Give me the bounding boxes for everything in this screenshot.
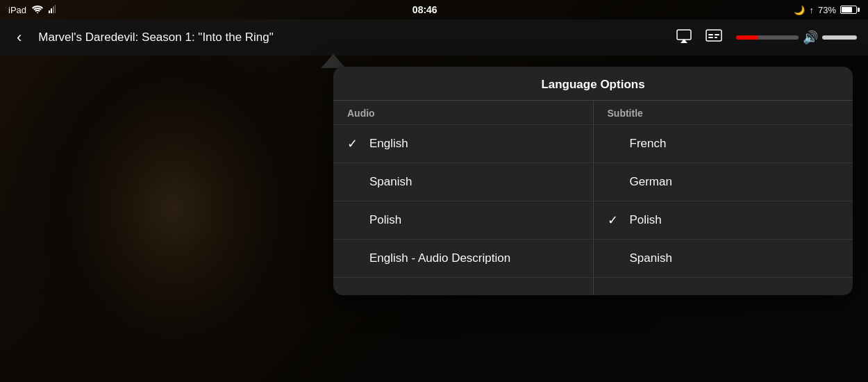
svg-rect-5 [677,30,691,40]
audio-column: Audio ✓ English ✓ Spanish ✓ Polish ✓ Eng… [333,101,594,295]
volume-bar[interactable] [736,35,799,40]
audio-label-english-desc: English - Audio Description [369,251,510,265]
subtitles-icon[interactable] [706,29,722,47]
subtitle-item-german[interactable]: ✓ German [594,163,853,201]
svg-rect-4 [55,5,56,13]
subtitle-label-german: German [630,175,672,189]
svg-rect-1 [49,10,50,13]
volume-fill [736,35,758,40]
volume-bar-right [822,35,857,40]
language-options-popup: Language Options Audio ✓ English ✓ Spani… [333,67,853,295]
moon-icon: 🌙 [794,5,805,15]
audio-label-english: English [369,137,408,151]
clock: 08:46 [412,4,437,15]
device-label: iPad [8,5,26,15]
checkmark-polish-sub: ✓ [608,213,621,228]
nav-controls: 🔊 [676,29,857,47]
audio-label-polish: Polish [369,213,401,227]
audio-item-english-desc[interactable]: ✓ English - Audio Description [333,240,593,278]
battery-icon [840,6,860,14]
subtitle-label-spanish: Spanish [630,251,672,265]
status-bar: iPad 08:46 🌙 ↑ 73% [0,0,868,19]
rotation-icon: ↑ [809,5,814,15]
checkmark-english: ✓ [347,136,361,151]
svg-rect-3 [53,6,54,13]
status-right: 🌙 ↑ 73% [794,5,860,15]
svg-rect-7 [706,30,721,41]
subtitle-item-polish[interactable]: ✓ Polish [594,201,853,240]
svg-rect-10 [708,37,713,38]
audio-header: Audio [333,101,593,125]
audio-label-spanish: Spanish [369,175,412,189]
volume-icon: 🔊 [803,30,818,45]
svg-rect-11 [715,37,717,38]
video-title: Marvel's Daredevil: Season 1: "Into the … [38,31,665,44]
popup-caret [321,54,346,68]
wifi-icon [32,5,43,15]
signal-icon [49,5,56,15]
battery-percent: 73% [818,5,836,15]
volume-control[interactable]: 🔊 [736,30,857,45]
video-frame [0,42,333,382]
subtitle-header: Subtitle [594,101,853,125]
status-left: iPad [8,5,56,15]
back-button[interactable]: ‹ [11,26,27,49]
subtitle-item-spanish[interactable]: ✓ Spanish [594,240,853,278]
audio-item-polish[interactable]: ✓ Polish [333,201,593,240]
subtitle-item-french[interactable]: ✓ French [594,125,853,163]
popup-columns: Audio ✓ English ✓ Spanish ✓ Polish ✓ Eng… [333,101,853,295]
popup-title: Language Options [333,67,853,101]
airplay-icon[interactable] [676,29,692,47]
audio-item-english[interactable]: ✓ English [333,125,593,163]
svg-rect-9 [715,34,719,35]
audio-item-spanish[interactable]: ✓ Spanish [333,163,593,201]
svg-point-0 [37,12,38,13]
nav-bar: ‹ Marvel's Daredevil: Season 1: "Into th… [0,19,868,56]
svg-rect-2 [51,8,52,13]
subtitle-label-french: French [630,137,667,151]
svg-rect-8 [708,34,713,35]
subtitle-label-polish: Polish [630,213,662,227]
subtitle-column: Subtitle ✓ French ✓ German ✓ Polish ✓ Sp… [594,101,853,295]
